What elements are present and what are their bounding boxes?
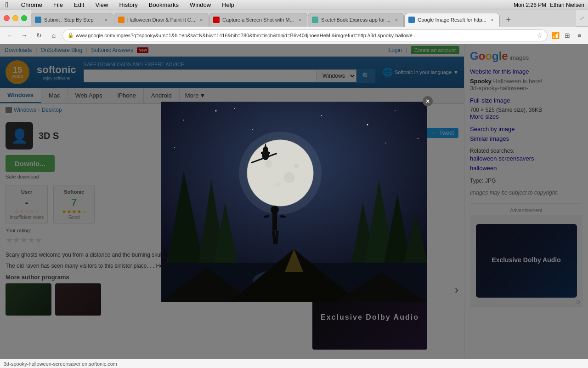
resize-icon[interactable]: ⤢ [576, 13, 588, 23]
tab-title-4: SketchBook Express app for ... [321, 17, 390, 23]
menu-window[interactable]: Window [188, 1, 213, 8]
tab-2[interactable]: Halloween Draw & Paint It C... × [114, 13, 209, 27]
svg-point-16 [294, 164, 299, 168]
home-button[interactable]: ⌂ [48, 29, 60, 41]
svg-rect-34 [272, 212, 277, 230]
tab-5[interactable]: Google Image Result for http... × [404, 13, 500, 27]
tab-favicon-4 [312, 17, 318, 23]
svg-point-1 [183, 120, 184, 121]
minimize-button[interactable] [12, 15, 18, 21]
svg-point-3 [252, 129, 253, 130]
svg-point-7 [418, 138, 418, 139]
apple-menu[interactable]:  [4, 1, 10, 9]
menu-view[interactable]: View [93, 1, 110, 8]
tab-bar: Submit : Step By Step × Halloween Draw &… [31, 10, 576, 27]
back-button[interactable]: ← [4, 29, 16, 41]
menu-file[interactable]: File [51, 1, 65, 8]
svg-point-35 [271, 206, 279, 214]
tab-title-2: Halloween Draw & Paint It C... [127, 17, 195, 23]
tab-1[interactable]: Submit : Step By Step × [31, 13, 113, 27]
modal-close-button[interactable]: × [423, 96, 433, 106]
grid-icon[interactable]: ⊞ [562, 30, 572, 40]
svg-point-9 [385, 143, 386, 144]
refresh-button[interactable]: ↻ [33, 29, 45, 41]
svg-point-6 [395, 110, 396, 111]
tab-favicon-5 [408, 17, 415, 23]
tab-title-1: Submit : Step By Step [44, 17, 100, 23]
new-tab-button[interactable]: + [502, 14, 515, 27]
menu-history[interactable]: History [117, 1, 139, 8]
menu-bar:  Chrome File Edit View History Bookmark… [0, 0, 588, 10]
svg-point-15 [275, 182, 281, 187]
address-text: www.google.com/imgres?q=spooky&um=1&hl=e… [76, 33, 535, 38]
address-bar[interactable]: 🔒 www.google.com/imgres?q=spooky&um=1&hl… [62, 29, 548, 41]
tab-close-3[interactable]: × [297, 17, 303, 23]
modal-image [161, 102, 427, 302]
tab-title-5: Google Image Result for http... [418, 17, 486, 23]
tab-close-4[interactable]: × [393, 17, 400, 23]
svg-point-2 [215, 110, 217, 111]
svg-point-14 [284, 172, 295, 183]
close-button[interactable] [4, 15, 10, 21]
tab-4[interactable]: SketchBook Express app for ... × [308, 13, 404, 27]
svg-point-8 [174, 147, 175, 148]
menu-chrome[interactable]: Chrome [19, 1, 44, 8]
tab-favicon-2 [118, 17, 124, 23]
tab-title-3: Capture a Screen Shot with M... [222, 17, 294, 23]
nav-bar: ← → ↻ ⌂ 🔒 www.google.com/imgres?q=spooky… [0, 27, 588, 44]
nav-right-icons: 📶 ⊞ ≡ [550, 30, 584, 40]
tab-close-5[interactable]: × [489, 17, 496, 23]
svg-point-13 [265, 160, 272, 167]
tab-close-2[interactable]: × [198, 17, 204, 23]
svg-point-5 [367, 124, 368, 125]
menu-edit[interactable]: Edit [72, 1, 86, 8]
menubar-time: Mon 2:26 PM [514, 2, 546, 8]
svg-point-4 [321, 115, 322, 116]
svg-rect-20 [261, 152, 270, 154]
halloween-image [161, 102, 427, 302]
maximize-button[interactable] [21, 15, 27, 21]
modal-overlay[interactable]: × [0, 44, 588, 359]
menubar-user: Ethan Nielsen [550, 2, 584, 8]
svg-point-21 [263, 147, 268, 152]
forward-button[interactable]: → [18, 29, 30, 41]
tab-favicon-1 [35, 17, 41, 23]
svg-point-10 [234, 108, 235, 109]
modal-dialog: × [161, 102, 427, 302]
menu-icon[interactable]: ≡ [574, 30, 584, 40]
tab-3[interactable]: Capture a Screen Shot with M... × [209, 13, 307, 27]
page-content: Downloads | OnSoftware Blog | Softonic A… [0, 44, 588, 359]
svg-point-12 [247, 140, 313, 206]
menu-help[interactable]: Help [220, 1, 236, 8]
status-url: 3d-spooky-halloween-screensaver.en.softo… [4, 361, 117, 367]
tab-close-1[interactable]: × [103, 17, 109, 23]
status-bar: 3d-spooky-halloween-screensaver.en.softo… [0, 359, 588, 368]
tab-favicon-3 [213, 17, 220, 23]
chrome-window: Submit : Step By Step × Halloween Draw &… [0, 10, 588, 368]
lock-icon: 🔒 [68, 32, 74, 38]
window-top-bar: Submit : Step By Step × Halloween Draw &… [0, 10, 588, 27]
traffic-lights [0, 12, 31, 24]
bookmark-star-icon[interactable]: ☆ [537, 32, 543, 39]
signal-icon: 📶 [550, 30, 560, 40]
menu-bookmarks[interactable]: Bookmarks [147, 1, 181, 8]
